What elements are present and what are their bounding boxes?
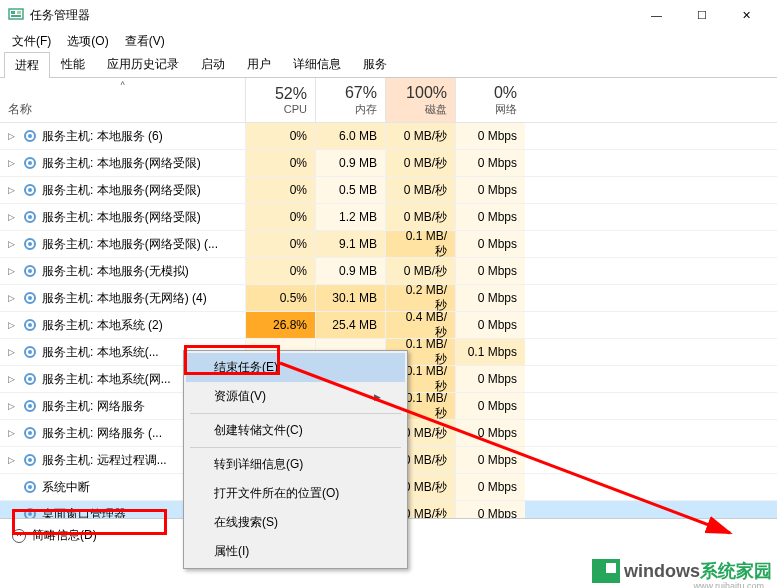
svg-point-31 — [28, 485, 32, 489]
tab-history[interactable]: 应用历史记录 — [96, 51, 190, 77]
expand-icon[interactable]: ▷ — [4, 185, 18, 195]
cell-net: 0 Mbps — [455, 501, 525, 518]
expand-icon[interactable]: ▷ — [4, 239, 18, 249]
process-row[interactable]: ▷服务主机: 本地服务(无网络) (4)0.5%30.1 MB0.2 MB/秒0… — [0, 285, 777, 312]
close-button[interactable]: ✕ — [724, 0, 769, 30]
separator — [190, 413, 401, 414]
expand-icon[interactable]: ▷ — [4, 401, 18, 411]
column-header-memory[interactable]: 67% 内存 — [315, 78, 385, 122]
column-header-cpu[interactable]: 52% CPU — [245, 78, 315, 122]
cell-disk: 0.4 MB/秒 — [385, 312, 455, 338]
cell-disk: 0.1 MB/秒 — [385, 231, 455, 257]
tab-details[interactable]: 详细信息 — [282, 51, 352, 77]
ctx-create-dump[interactable]: 创建转储文件(C) — [186, 416, 405, 445]
expand-icon[interactable]: ▷ — [4, 293, 18, 303]
process-row[interactable]: ▷服务主机: 本地服务(网络受限)0%0.5 MB0 MB/秒0 Mbps — [0, 177, 777, 204]
column-header-name[interactable]: ^ 名称 — [0, 78, 245, 122]
cell-cpu: 0% — [245, 204, 315, 230]
gear-icon — [22, 128, 38, 144]
cell-net: 0 Mbps — [455, 393, 525, 419]
process-row[interactable]: ▷服务主机: 本地服务 (6)0%6.0 MB0 MB/秒0 Mbps — [0, 123, 777, 150]
process-name: 系统中断 — [42, 479, 90, 496]
expand-icon[interactable]: ▷ — [4, 347, 18, 357]
gear-icon — [22, 155, 38, 171]
expand-icon[interactable]: ▷ — [4, 320, 18, 330]
cell-cpu: 0% — [245, 258, 315, 284]
tab-startup[interactable]: 启动 — [190, 51, 236, 77]
cell-net: 0 Mbps — [455, 150, 525, 176]
window-title: 任务管理器 — [30, 7, 634, 24]
svg-point-5 — [28, 134, 32, 138]
cell-cpu: 0% — [245, 123, 315, 149]
gear-icon — [22, 236, 38, 252]
cell-disk: 0.2 MB/秒 — [385, 285, 455, 311]
expand-icon[interactable]: ▷ — [4, 374, 18, 384]
expand-icon[interactable]: ▷ — [4, 212, 18, 222]
cell-net: 0 Mbps — [455, 231, 525, 257]
tab-performance[interactable]: 性能 — [50, 51, 96, 77]
svg-point-25 — [28, 404, 32, 408]
process-name: 服务主机: 远程过程调... — [42, 452, 167, 469]
expand-icon[interactable]: ▷ — [4, 266, 18, 276]
cell-net: 0 Mbps — [455, 123, 525, 149]
cell-mem: 1.2 MB — [315, 204, 385, 230]
process-row[interactable]: ▷服务主机: 本地服务(无模拟)0%0.9 MB0 MB/秒0 Mbps — [0, 258, 777, 285]
minimize-button[interactable]: — — [634, 0, 679, 30]
menu-options[interactable]: 选项(O) — [59, 31, 116, 52]
ctx-end-task[interactable]: 结束任务(E) — [186, 353, 405, 382]
menu-file[interactable]: 文件(F) — [4, 31, 59, 52]
cell-net: 0 Mbps — [455, 366, 525, 392]
svg-point-13 — [28, 242, 32, 246]
process-name: 服务主机: 本地服务(无网络) (4) — [42, 290, 207, 307]
expand-icon[interactable]: ▷ — [4, 428, 18, 438]
tab-services[interactable]: 服务 — [352, 51, 398, 77]
cell-disk: 0 MB/秒 — [385, 150, 455, 176]
process-row[interactable]: ▷服务主机: 本地服务(网络受限)0%1.2 MB0 MB/秒0 Mbps — [0, 204, 777, 231]
process-row[interactable]: ▷服务主机: 本地系统 (2)26.8%25.4 MB0.4 MB/秒0 Mbp… — [0, 312, 777, 339]
gear-icon — [22, 425, 38, 441]
ctx-resource-values[interactable]: 资源值(V) ▶ — [186, 382, 405, 411]
svg-point-33 — [28, 512, 32, 516]
gear-icon — [22, 263, 38, 279]
expand-icon[interactable]: ▷ — [4, 158, 18, 168]
context-menu: 结束任务(E) 资源值(V) ▶ 创建转储文件(C) 转到详细信息(G) 打开文… — [183, 350, 408, 569]
gear-icon — [22, 371, 38, 387]
ctx-open-location[interactable]: 打开文件所在的位置(O) — [186, 479, 405, 508]
cell-net: 0 Mbps — [455, 285, 525, 311]
maximize-button[interactable]: ☐ — [679, 0, 724, 30]
gear-icon — [22, 344, 38, 360]
gear-icon — [22, 209, 38, 225]
svg-point-23 — [28, 377, 32, 381]
expand-icon[interactable]: ▷ — [4, 131, 18, 141]
column-header-network[interactable]: 0% 网络 — [455, 78, 525, 122]
tab-users[interactable]: 用户 — [236, 51, 282, 77]
column-header-disk[interactable]: 100% 磁盘 — [385, 78, 455, 122]
expand-icon[interactable]: ▷ — [4, 455, 18, 465]
cell-mem: 0.9 MB — [315, 150, 385, 176]
cell-disk: 0 MB/秒 — [385, 177, 455, 203]
cell-disk: 0 MB/秒 — [385, 123, 455, 149]
ctx-go-details[interactable]: 转到详细信息(G) — [186, 450, 405, 479]
gear-icon — [22, 182, 38, 198]
cell-net: 0 Mbps — [455, 177, 525, 203]
chevron-up-icon: ^ — [12, 529, 26, 543]
cell-net: 0 Mbps — [455, 474, 525, 500]
tab-processes[interactable]: 进程 — [4, 52, 50, 78]
menu-view[interactable]: 查看(V) — [117, 31, 173, 52]
fewer-details-button[interactable]: ^ 简略信息(D) — [12, 527, 97, 544]
svg-point-9 — [28, 188, 32, 192]
ctx-properties[interactable]: 属性(I) — [186, 537, 405, 566]
cell-net: 0 Mbps — [455, 312, 525, 338]
cell-cpu: 0% — [245, 150, 315, 176]
svg-rect-1 — [11, 11, 15, 14]
ctx-search-online[interactable]: 在线搜索(S) — [186, 508, 405, 537]
gear-icon — [22, 479, 38, 495]
process-row[interactable]: ▷服务主机: 本地服务(网络受限) (...0%9.1 MB0.1 MB/秒0 … — [0, 231, 777, 258]
process-row[interactable]: ▷服务主机: 本地服务(网络受限)0%0.9 MB0 MB/秒0 Mbps — [0, 150, 777, 177]
svg-point-21 — [28, 350, 32, 354]
svg-point-29 — [28, 458, 32, 462]
svg-point-19 — [28, 323, 32, 327]
separator — [190, 447, 401, 448]
process-name: 服务主机: 本地服务 (6) — [42, 128, 163, 145]
process-name: 服务主机: 本地系统 (2) — [42, 317, 163, 334]
